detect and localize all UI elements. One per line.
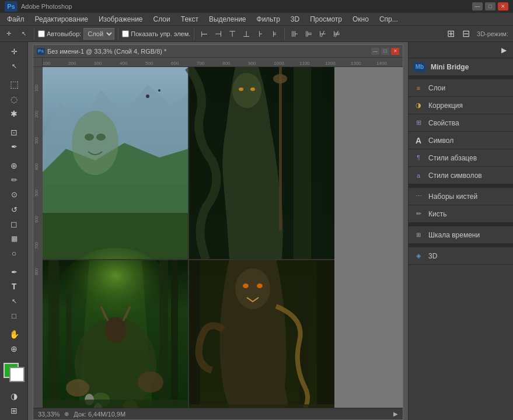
- toolbar-arrow-icon[interactable]: ↖: [18, 27, 30, 40]
- svg-text:300: 300: [34, 137, 39, 144]
- show-transform-check[interactable]: [122, 30, 129, 37]
- menu-text[interactable]: Текст: [176, 14, 203, 24]
- tool-rect-select[interactable]: ⬚: [1, 78, 27, 92]
- playback-icon[interactable]: ▶: [393, 411, 398, 417]
- menu-window[interactable]: Окно: [348, 14, 374, 24]
- panel-item-correction[interactable]: ◑ Коррекция: [409, 97, 513, 114]
- background-color[interactable]: [9, 367, 25, 382]
- tool-pen[interactable]: ✒: [1, 265, 27, 279]
- svg-text:700: 700: [34, 242, 39, 249]
- panel-play-button[interactable]: ▶: [498, 44, 509, 56]
- autoselect-check[interactable]: [38, 30, 45, 37]
- tool-heal[interactable]: ⊕: [1, 159, 27, 173]
- close-button[interactable]: ✕: [498, 2, 508, 10]
- svg-text:200: 200: [34, 111, 39, 118]
- tool-dodge[interactable]: ○: [1, 246, 27, 260]
- menu-help[interactable]: Спр...: [375, 14, 403, 24]
- tool-zoom[interactable]: ⊕: [1, 342, 27, 356]
- tool-history[interactable]: ↺: [1, 202, 27, 216]
- show-transform-checkbox[interactable]: Показать упр. элем.: [122, 30, 190, 37]
- tool-arrow[interactable]: ↖: [1, 59, 27, 73]
- image-canvas[interactable]: [43, 67, 403, 419]
- vertical-ruler: 100 200 300 400 500 600 700 800: [33, 67, 43, 419]
- align-right-icon[interactable]: ⊤: [226, 27, 239, 40]
- tool-text[interactable]: T: [1, 279, 27, 293]
- menu-select[interactable]: Выделение: [204, 14, 251, 24]
- tool-clone[interactable]: ⊙: [1, 188, 27, 202]
- toolbar-grid-icon[interactable]: ⊞: [444, 27, 457, 40]
- tool-move[interactable]: ✛: [1, 44, 27, 58]
- menu-edit[interactable]: Редактирование: [30, 14, 93, 24]
- doc-maximize-btn[interactable]: □: [381, 48, 389, 55]
- tool-shape[interactable]: □: [1, 309, 27, 323]
- panel-item-3d[interactable]: ◈ 3D: [409, 247, 513, 265]
- tool-gradient[interactable]: ▦: [1, 232, 27, 246]
- panel-item-brush-presets[interactable]: ⋯ Наборы кистей: [409, 188, 513, 205]
- document-window: Ps Без имени-1 @ 33,3% (Слой 4, RGB/8) *…: [33, 44, 403, 420]
- dist-4-icon[interactable]: ⊭: [330, 27, 343, 40]
- align-tools: ⊢ ⊣ ⊤ ⊥ ⊦ ⊧: [198, 27, 281, 40]
- tool-crop[interactable]: ⊡: [1, 125, 27, 139]
- menu-view[interactable]: Просмотр: [305, 14, 347, 24]
- panel-item-layers[interactable]: ≡ Слои: [409, 79, 513, 97]
- tool-eyedropper[interactable]: ✒: [1, 140, 27, 154]
- menu-file[interactable]: Файл: [2, 14, 29, 24]
- panel-item-char-styles[interactable]: a Стили символов: [409, 167, 513, 184]
- maximize-button[interactable]: □: [485, 2, 495, 10]
- svg-text:700: 700: [197, 61, 205, 66]
- mini-bridge-icon: Mb: [413, 62, 426, 72]
- title-bar-controls[interactable]: — □ ✕: [472, 2, 508, 10]
- align-bottom-icon[interactable]: ⊧: [268, 27, 281, 40]
- menu-layers[interactable]: Слои: [149, 14, 175, 24]
- layer-select[interactable]: Слой: [83, 28, 114, 40]
- toolbar-move-icon[interactable]: ✛: [2, 27, 15, 40]
- tool-eraser[interactable]: ◻: [1, 217, 27, 231]
- svg-point-53: [66, 379, 89, 397]
- svg-rect-71: [189, 260, 334, 419]
- doc-minimize-btn[interactable]: —: [371, 48, 379, 55]
- tool-mask[interactable]: ◑: [1, 389, 27, 403]
- tool-mode[interactable]: ⊞: [1, 404, 27, 418]
- dist-2-icon[interactable]: ⊫: [302, 27, 315, 40]
- document-window-controls[interactable]: — □ ✕: [371, 48, 399, 55]
- svg-text:800: 800: [34, 268, 39, 275]
- panel-item-character[interactable]: A Символ: [409, 132, 513, 149]
- timeline-label: Шкала времени: [428, 231, 480, 239]
- dist-3-icon[interactable]: ⊬: [316, 27, 329, 40]
- panel-item-brush[interactable]: ✏ Кисть: [409, 205, 513, 223]
- tool-hand[interactable]: ✋: [1, 327, 27, 341]
- character-icon: A: [413, 135, 424, 146]
- align-center-h-icon[interactable]: ⊣: [212, 27, 225, 40]
- menu-bar: Файл Редактирование Изображение Слои Тек…: [0, 13, 513, 26]
- doc-close-btn[interactable]: ✕: [391, 48, 399, 55]
- svg-point-30: [72, 111, 118, 175]
- panel-item-paragraph-styles[interactable]: ¶ Стили абзацев: [409, 149, 513, 167]
- tool-quick-select[interactable]: ✱: [1, 107, 27, 121]
- align-top-icon[interactable]: ⊥: [240, 27, 253, 40]
- toolbar-grid2-icon[interactable]: ⊟: [459, 27, 472, 40]
- svg-point-54: [138, 372, 163, 393]
- properties-icon: ⊞: [413, 118, 424, 128]
- show-transform-label: Показать упр. элем.: [131, 30, 190, 37]
- status-bar: 33,33% ⊕ Док: 6,44M/10,9M ▶: [33, 408, 403, 419]
- svg-rect-37: [294, 67, 311, 260]
- minimize-button[interactable]: —: [472, 2, 483, 10]
- panel-item-mini-bridge[interactable]: Mb Mini Bridge: [409, 58, 513, 76]
- tool-brush[interactable]: ✏: [1, 173, 27, 187]
- dist-1-icon[interactable]: ⊪: [288, 27, 301, 40]
- ruler-v-svg: 100 200 300 400 500 600 700 800: [33, 67, 43, 419]
- align-left-icon[interactable]: ⊢: [198, 27, 211, 40]
- menu-3d[interactable]: 3D: [286, 14, 304, 24]
- canvas-area: Ps Без имени-1 @ 33,3% (Слой 4, RGB/8) *…: [28, 42, 408, 420]
- panel-item-properties[interactable]: ⊞ Свойства: [409, 114, 513, 132]
- panel-item-timeline[interactable]: ⊞ Шкала времени: [409, 226, 513, 244]
- tool-path-select[interactable]: ↖: [1, 294, 27, 308]
- autoselect-checkbox[interactable]: Автовыбор:: [38, 30, 81, 37]
- app-title: Adobe Photoshop: [21, 3, 72, 10]
- menu-image[interactable]: Изображение: [94, 14, 148, 24]
- align-center-v-icon[interactable]: ⊦: [254, 27, 267, 40]
- tool-lasso[interactable]: ◌: [1, 92, 27, 106]
- document-titlebar: Ps Без имени-1 @ 33,3% (Слой 4, RGB/8) *…: [33, 45, 403, 58]
- menu-filter[interactable]: Фильтр: [252, 14, 285, 24]
- char-styles-label: Стили символов: [428, 172, 482, 180]
